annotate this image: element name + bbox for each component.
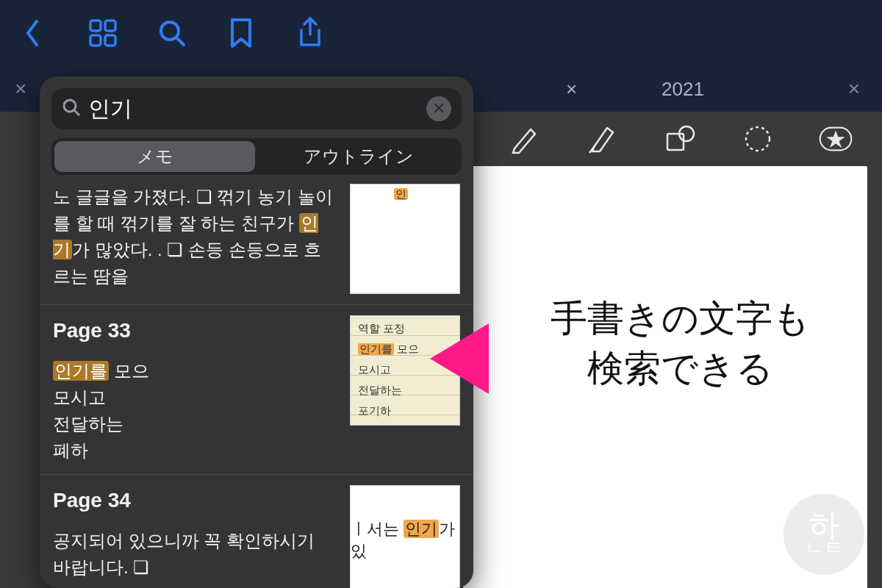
search-popover: 인기 ✕ メモ アウトライン 노 글글을 가졌다. ❏ 꺾기 농기 놀이를 할 … bbox=[40, 76, 473, 588]
page-title: Page 33 bbox=[53, 315, 337, 346]
marker-icon[interactable] bbox=[585, 122, 619, 156]
back-icon[interactable] bbox=[18, 17, 50, 49]
search-icon[interactable] bbox=[156, 17, 188, 49]
highlighter-icon[interactable] bbox=[507, 122, 541, 156]
search-input[interactable]: 인기 bbox=[88, 94, 426, 124]
result-snippet: Page 34 공지되어 있으니까 꼭 확인하시기 바랍니다. ❏ bbox=[53, 485, 337, 581]
share-icon[interactable] bbox=[294, 17, 326, 49]
star-icon[interactable] bbox=[819, 122, 853, 156]
segment-outline[interactable]: アウトライン bbox=[258, 141, 459, 172]
search-field-icon bbox=[62, 98, 81, 120]
tab-close-left[interactable]: × bbox=[15, 77, 26, 101]
svg-rect-0 bbox=[90, 21, 101, 31]
svg-rect-2 bbox=[90, 35, 101, 46]
svg-rect-1 bbox=[105, 21, 115, 31]
result-snippet: 노 글글을 가졌다. ❏ 꺾기 농기 놀이를 할 때 꺾기를 잘 하는 친구가 … bbox=[53, 184, 337, 290]
search-result[interactable]: 노 글글을 가졌다. ❏ 꺾기 농기 놀이를 할 때 꺾기를 잘 하는 친구가 … bbox=[40, 181, 473, 304]
svg-rect-5 bbox=[667, 134, 684, 150]
annotation-text: 手書きの文字も 検索できる bbox=[507, 294, 853, 393]
svg-rect-3 bbox=[105, 35, 115, 46]
svg-point-7 bbox=[746, 127, 770, 151]
lasso-icon[interactable] bbox=[741, 122, 775, 156]
page-title: Page 34 bbox=[53, 485, 337, 516]
annotation-arrow-icon bbox=[430, 323, 489, 394]
segment-memo[interactable]: メモ bbox=[54, 141, 255, 172]
tab-close-right[interactable]: × bbox=[848, 77, 860, 101]
search-result[interactable]: Page 33 인기를 모으 모시고 전달하는 폐하 역할 포정 인기를 모으 … bbox=[40, 304, 473, 474]
clear-icon[interactable]: ✕ bbox=[426, 96, 451, 121]
tab-title[interactable]: 2021 bbox=[662, 78, 704, 101]
segmented-control: メモ アウトライン bbox=[51, 138, 462, 175]
grid-icon[interactable] bbox=[87, 17, 119, 49]
tab-close-mid[interactable]: × bbox=[566, 78, 577, 101]
result-snippet: Page 33 인기를 모으 모시고 전달하는 폐하 bbox=[53, 315, 337, 464]
search-field[interactable]: 인기 ✕ bbox=[51, 88, 462, 129]
top-toolbar bbox=[0, 0, 882, 66]
result-thumbnail: ㅣ서는 인기가 있 bbox=[350, 485, 460, 588]
watermark-icon: 하 ㄴㅌ bbox=[784, 494, 864, 575]
result-thumbnail: 인 bbox=[350, 184, 460, 294]
search-result[interactable]: Page 34 공지되어 있으니까 꼭 확인하시기 바랍니다. ❏ ㅣ서는 인기… bbox=[40, 474, 473, 588]
search-results: 노 글글을 가졌다. ❏ 꺾기 농기 놀이를 할 때 꺾기를 잘 하는 친구가 … bbox=[40, 181, 473, 588]
shapes-icon[interactable] bbox=[663, 122, 697, 156]
svg-point-9 bbox=[64, 100, 76, 112]
bookmark-icon[interactable] bbox=[225, 17, 257, 49]
